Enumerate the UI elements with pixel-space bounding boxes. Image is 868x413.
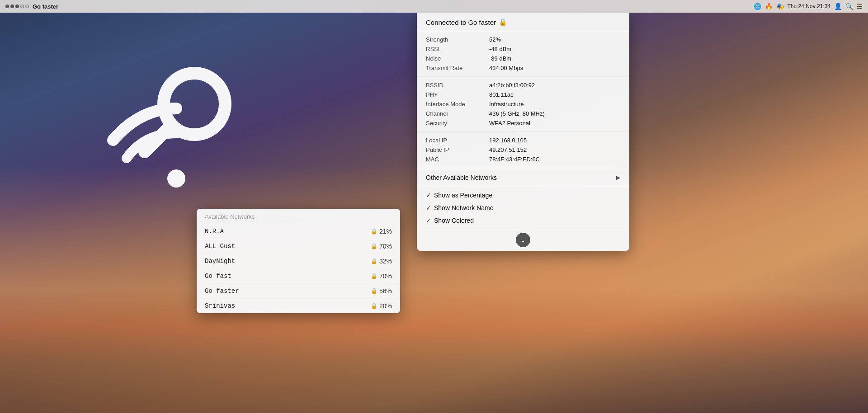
network-name-srinivas: Srinivas <box>205 302 235 310</box>
phy-label: PHY <box>426 91 489 98</box>
bssid-value: a4:2b:b0:f3:00:92 <box>489 82 535 89</box>
strength-row: Strength 52% <box>417 35 629 44</box>
interface-mode-value: Infrastructure <box>489 101 524 108</box>
mask-icon[interactable]: 🎭 <box>776 3 784 10</box>
network-item-srinivas[interactable]: Srinivas 🔒 20% <box>197 299 400 313</box>
dropdown-footer: ⌄ <box>417 229 629 251</box>
globe-icon[interactable]: 🌐 <box>754 3 761 10</box>
rssi-label: RSSI <box>426 46 489 52</box>
network-signal-gofaster: 🔒 56% <box>371 287 392 295</box>
network-item-daynight[interactable]: DayNight 🔒 32% <box>197 254 400 269</box>
dot-1 <box>5 5 9 8</box>
available-networks-popup: Available Networks N.R.A 🔒 21% ALL Gust … <box>197 209 400 313</box>
down-arrow-icon: ⌄ <box>520 236 526 244</box>
transmit-rate-label: Transmit Rate <box>426 65 489 71</box>
down-arrow-button[interactable]: ⌄ <box>516 233 530 247</box>
network-name-gofast: Go fast <box>205 272 231 280</box>
menubar-left: Go faster <box>5 3 754 10</box>
dot-4 <box>20 5 24 8</box>
bssid-label: BSSID <box>426 82 489 89</box>
noise-value: -89 dBm <box>489 55 511 62</box>
other-networks-label: Other Available Networks <box>426 174 497 181</box>
mac-row: MAC 78:4F:43:4F:ED:6C <box>417 155 629 164</box>
mac-value: 78:4F:43:4F:ED:6C <box>489 156 540 163</box>
network-item-gofast[interactable]: Go fast 🔒 70% <box>197 269 400 284</box>
check-colored-icon: ✓ <box>426 217 431 224</box>
menu-icon[interactable]: ☰ <box>857 3 863 10</box>
security-value: WPA2 Personal <box>489 120 530 127</box>
menubar: Go faster 🌐 🔥 🎭 Thu 24 Nov 21:34 👤 🔍 ☰ <box>0 0 868 13</box>
svg-point-2 <box>167 169 185 188</box>
security-row: Security WPA2 Personal <box>417 118 629 128</box>
rssi-value: -48 dBm <box>489 46 511 52</box>
connected-label: Connected to Go faster <box>426 19 496 26</box>
show-network-name-item[interactable]: ✓ Show Network Name <box>417 202 629 214</box>
show-network-name-label: Show Network Name <box>434 204 494 211</box>
user-icon[interactable]: 👤 <box>834 3 842 10</box>
transmit-rate-row: Transmit Rate 434.00 Mbps <box>417 63 629 73</box>
interface-mode-label: Interface Mode <box>426 101 489 108</box>
lock-icon-gofast: 🔒 <box>371 273 377 279</box>
noise-row: Noise -89 dBm <box>417 54 629 63</box>
lock-icon-gofaster: 🔒 <box>371 288 377 294</box>
network-signal-srinivas: 🔒 20% <box>371 302 392 310</box>
noise-label: Noise <box>426 55 489 62</box>
lock-icon-nra: 🔒 <box>371 228 377 235</box>
lock-icon-allgust: 🔒 <box>371 243 377 249</box>
app-dots <box>5 5 29 8</box>
local-ip-value: 192.168.0.105 <box>489 137 527 144</box>
info-dropdown: Connected to Go faster 🔒 Strength 52% RS… <box>417 13 629 251</box>
public-ip-value: 49.207.51.152 <box>489 146 527 153</box>
check-network-name-icon: ✓ <box>426 204 431 211</box>
local-ip-row: Local IP 192.168.0.105 <box>417 136 629 145</box>
networks-popup-header: Available Networks <box>197 209 400 224</box>
security-label: Security <box>426 120 489 127</box>
signal-stats-section: Strength 52% RSSI -48 dBm Noise -89 dBm … <box>417 31 629 77</box>
network-signal-gofast: 🔒 70% <box>371 272 392 280</box>
network-name-daynight: DayNight <box>205 258 235 265</box>
network-signal-allgust: 🔒 70% <box>371 243 392 250</box>
wifi-search-svg <box>99 45 253 199</box>
public-ip-row: Public IP 49.207.51.152 <box>417 145 629 155</box>
check-menu-items: ✓ Show as Percentage ✓ Show Network Name… <box>417 187 629 229</box>
connected-header: Connected to Go faster 🔒 <box>417 13 629 31</box>
show-colored-item[interactable]: ✓ Show Colored <box>417 214 629 227</box>
search-icon[interactable]: 🔍 <box>845 3 853 10</box>
rssi-row: RSSI -48 dBm <box>417 44 629 54</box>
dot-3 <box>15 5 19 8</box>
dot-2 <box>10 5 14 8</box>
connected-lock-icon: 🔒 <box>499 18 507 26</box>
submenu-arrow-icon: ▶ <box>616 174 620 181</box>
flame-icon[interactable]: 🔥 <box>765 3 773 10</box>
channel-row: Channel #36 (5 GHz, 80 MHz) <box>417 109 629 118</box>
network-item-allgust[interactable]: ALL Gust 🔒 70% <box>197 239 400 254</box>
mac-label: MAC <box>426 156 489 163</box>
check-percentage-icon: ✓ <box>426 192 431 199</box>
interface-mode-row: Interface Mode Infrastructure <box>417 99 629 109</box>
other-networks-menu-item[interactable]: Other Available Networks ▶ <box>417 170 629 185</box>
network-signal-nra: 🔒 21% <box>371 228 392 235</box>
lock-icon-srinivas: 🔒 <box>371 303 377 309</box>
show-as-percentage-label: Show as Percentage <box>434 192 492 199</box>
local-ip-label: Local IP <box>426 137 489 144</box>
strength-label: Strength <box>426 36 489 43</box>
channel-label: Channel <box>426 110 489 117</box>
menubar-datetime: Thu 24 Nov 21:34 <box>788 3 830 9</box>
channel-value: #36 (5 GHz, 80 MHz) <box>489 110 545 117</box>
ip-section: Local IP 192.168.0.105 Public IP 49.207.… <box>417 132 629 168</box>
desktop-wifi-search-icon <box>90 36 262 208</box>
network-name-nra: N.R.A <box>205 228 224 235</box>
dot-5 <box>25 5 29 8</box>
show-as-percentage-item[interactable]: ✓ Show as Percentage <box>417 189 629 202</box>
network-signal-daynight: 🔒 32% <box>371 258 392 265</box>
menubar-app-name[interactable]: Go faster <box>33 3 58 10</box>
bssid-row: BSSID a4:2b:b0:f3:00:92 <box>417 80 629 90</box>
network-item-gofaster[interactable]: Go faster 🔒 56% <box>197 284 400 299</box>
public-ip-label: Public IP <box>426 146 489 153</box>
phy-value: 801.11ac <box>489 91 514 98</box>
strength-value: 52% <box>489 36 501 43</box>
lock-icon-daynight: 🔒 <box>371 258 377 264</box>
show-colored-label: Show Colored <box>434 217 474 224</box>
network-item-nra[interactable]: N.R.A 🔒 21% <box>197 224 400 239</box>
menubar-right: 🌐 🔥 🎭 Thu 24 Nov 21:34 👤 🔍 ☰ <box>754 3 863 10</box>
